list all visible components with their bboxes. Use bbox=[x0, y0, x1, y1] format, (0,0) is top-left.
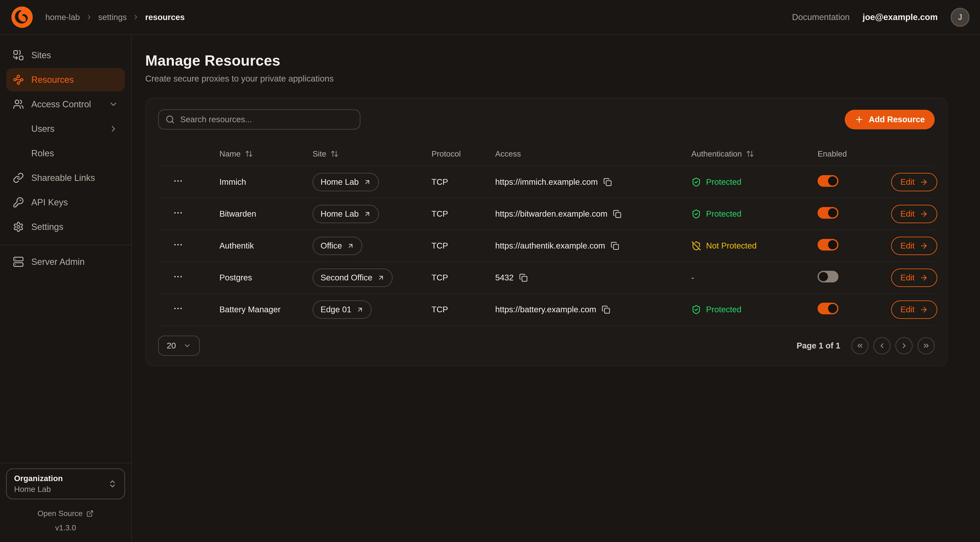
copy-icon[interactable] bbox=[601, 305, 610, 314]
column-header-authentication[interactable]: Authentication bbox=[691, 150, 818, 158]
resources-table-body: Immich Home Lab TCP https://immich.examp… bbox=[158, 166, 935, 326]
sidebar-item-label: Roles bbox=[31, 148, 54, 158]
chevrons-left-icon bbox=[856, 342, 864, 350]
row-actions-button[interactable] bbox=[173, 239, 183, 250]
site-name: Edge 01 bbox=[321, 305, 352, 314]
resource-name: Battery Manager bbox=[220, 305, 313, 314]
enabled-toggle[interactable] bbox=[818, 175, 838, 187]
resources-icon bbox=[13, 74, 24, 85]
page-subtitle: Create secure proxies to your private ap… bbox=[145, 74, 948, 84]
shield-check-icon bbox=[691, 209, 701, 219]
arrow-up-right-icon bbox=[364, 179, 371, 186]
arrow-up-right-icon bbox=[347, 242, 354, 250]
search-icon bbox=[165, 115, 175, 124]
auth-status-label: - bbox=[691, 273, 694, 282]
arrow-right-icon bbox=[920, 273, 928, 282]
enabled-toggle[interactable] bbox=[818, 207, 838, 219]
edit-button[interactable]: Edit bbox=[891, 237, 937, 255]
edit-button[interactable]: Edit bbox=[891, 269, 937, 287]
chevron-right-icon bbox=[132, 13, 140, 21]
row-actions-button[interactable] bbox=[173, 208, 183, 218]
page-title: Manage Resources bbox=[145, 52, 948, 69]
protocol-value: TCP bbox=[431, 305, 495, 314]
chevrons-right-icon bbox=[922, 342, 930, 350]
documentation-link[interactable]: Documentation bbox=[792, 12, 850, 22]
chevron-left-icon bbox=[878, 342, 886, 350]
edit-button[interactable]: Edit bbox=[891, 300, 937, 319]
ellipsis-icon bbox=[173, 303, 183, 314]
sidebar-item-api-keys[interactable]: API Keys bbox=[6, 191, 125, 214]
chevron-right-icon bbox=[108, 124, 118, 134]
column-header-name[interactable]: Name bbox=[220, 150, 313, 158]
user-email[interactable]: joe@example.com bbox=[862, 12, 938, 22]
sidebar-item-users[interactable]: Users bbox=[6, 117, 125, 140]
sidebar-item-label: Settings bbox=[31, 222, 63, 232]
search-box bbox=[158, 109, 360, 129]
edit-button[interactable]: Edit bbox=[891, 173, 937, 191]
open-source-link[interactable]: Open Source bbox=[6, 509, 125, 518]
next-page-button[interactable] bbox=[896, 337, 913, 354]
breadcrumb-settings[interactable]: settings bbox=[98, 13, 127, 22]
avatar[interactable]: J bbox=[951, 8, 970, 27]
arrow-up-right-icon bbox=[364, 210, 371, 218]
auth-status-label: Protected bbox=[706, 209, 741, 219]
server-icon bbox=[13, 256, 24, 267]
sidebar-item-shareable-links[interactable]: Shareable Links bbox=[6, 166, 125, 190]
copy-icon[interactable] bbox=[603, 178, 612, 187]
enabled-toggle[interactable] bbox=[818, 271, 838, 282]
table-header: Name Site Protocol Access Authentication bbox=[158, 142, 935, 166]
shield-off-icon bbox=[691, 241, 701, 251]
sidebar-item-sites[interactable]: Sites bbox=[6, 43, 125, 67]
table-row: Authentik Office TCP https://authentik.e… bbox=[158, 230, 935, 262]
add-resource-button[interactable]: Add Resource bbox=[845, 110, 935, 129]
shield-check-icon bbox=[691, 305, 701, 314]
enabled-toggle[interactable] bbox=[818, 303, 838, 314]
row-actions-button[interactable] bbox=[173, 176, 183, 186]
breadcrumb-home-lab[interactable]: home-lab bbox=[45, 13, 80, 22]
site-link[interactable]: Office bbox=[313, 237, 362, 255]
chevrons-up-down-icon bbox=[108, 479, 117, 488]
sort-icon bbox=[746, 150, 754, 158]
site-link[interactable]: Second Office bbox=[313, 269, 393, 287]
last-page-button[interactable] bbox=[918, 337, 935, 354]
row-actions-button[interactable] bbox=[173, 271, 183, 282]
auth-status-label: Protected bbox=[706, 305, 741, 314]
site-link[interactable]: Home Lab bbox=[313, 173, 379, 191]
column-header-site[interactable]: Site bbox=[313, 150, 431, 158]
search-input[interactable] bbox=[180, 115, 353, 124]
plus-icon bbox=[854, 115, 864, 124]
enabled-toggle[interactable] bbox=[818, 239, 838, 250]
first-page-button[interactable] bbox=[851, 337, 869, 354]
pagination: 20 Page 1 of 1 bbox=[158, 336, 935, 356]
organization-selector[interactable]: Organization Home Lab bbox=[6, 469, 125, 499]
copy-icon[interactable] bbox=[611, 242, 619, 250]
breadcrumb: home-lab settings resources bbox=[45, 13, 185, 22]
sidebar-item-access-control[interactable]: Access Control bbox=[6, 92, 125, 116]
page-size-select[interactable]: 20 bbox=[158, 336, 200, 356]
pangolin-logo-icon[interactable] bbox=[10, 5, 34, 29]
row-actions-button[interactable] bbox=[173, 303, 183, 314]
sidebar-item-label: API Keys bbox=[31, 198, 68, 207]
organization-label: Organization bbox=[14, 474, 108, 483]
arrow-right-icon bbox=[920, 210, 928, 218]
resource-name: Authentik bbox=[220, 241, 313, 250]
users-icon bbox=[13, 99, 24, 110]
site-link[interactable]: Edge 01 bbox=[313, 300, 372, 319]
sidebar-item-resources[interactable]: Resources bbox=[6, 68, 125, 91]
site-name: Office bbox=[321, 241, 342, 250]
arrow-right-icon bbox=[920, 305, 928, 314]
sidebar-item-settings[interactable]: Settings bbox=[6, 215, 125, 239]
copy-icon[interactable] bbox=[613, 210, 622, 218]
sidebar-item-server-admin[interactable]: Server Admin bbox=[6, 250, 125, 273]
page-info: Page 1 of 1 bbox=[797, 341, 840, 351]
site-link[interactable]: Home Lab bbox=[313, 205, 379, 223]
chevron-right-icon bbox=[900, 342, 908, 350]
breadcrumb-resources: resources bbox=[145, 13, 185, 22]
sidebar-item-label: Sites bbox=[31, 50, 51, 60]
previous-page-button[interactable] bbox=[873, 337, 891, 354]
chevron-down-icon bbox=[183, 342, 191, 350]
copy-icon[interactable] bbox=[519, 273, 528, 282]
table-row: Battery Manager Edge 01 TCP https://batt… bbox=[158, 294, 935, 326]
sidebar-item-roles[interactable]: Roles bbox=[6, 142, 125, 165]
edit-button[interactable]: Edit bbox=[891, 205, 937, 223]
